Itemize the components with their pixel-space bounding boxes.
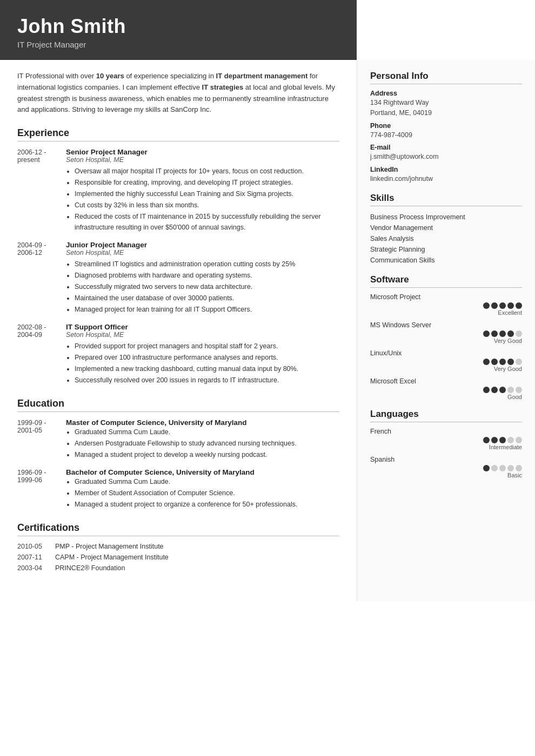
rating-dots (370, 465, 522, 471)
cert-name: PRINCE2® Foundation (55, 564, 125, 572)
languages-title: Languages (370, 409, 522, 422)
cert-date: 2007-11 (17, 554, 55, 561)
bullet-item: Andersen Postgraduate Fellowship to stud… (75, 438, 339, 449)
languages-list: FrenchIntermediateSpanishBasic (370, 428, 522, 478)
software-name: Linux/Unix (370, 349, 522, 357)
bullet-item: Graduated Summa Cum Laude. (75, 476, 339, 487)
skill-item: Business Process Improvement (370, 212, 522, 222)
bullet-item: Oversaw all major hospital IT projects f… (75, 166, 339, 177)
education-section: Education 1999-09 -2001-05Master of Comp… (17, 398, 339, 510)
experience-entries: 2006-12 -presentSenior Project ManagerSe… (17, 148, 339, 386)
entry-item: 2002-08 -2004-09IT Support OfficerSeton … (17, 323, 339, 386)
skill-item: Vendor Management (370, 222, 522, 233)
entry-content: Bachelor of Computer Science, University… (66, 468, 339, 510)
dot-filled (491, 359, 498, 365)
entry-bullets: Graduated Summa Cum Laude.Andersen Postg… (66, 427, 339, 460)
entry-dates: 2002-08 -2004-09 (17, 323, 66, 386)
entry-org: Seton Hospital, ME (66, 249, 339, 256)
dot-empty (516, 330, 522, 337)
address-value: 134 Rightward WayPortland, ME, 04019 (370, 98, 522, 118)
summary-section: IT Professional with over 10 years of ex… (17, 71, 339, 116)
bullet-item: Implemented a new tracking dashboard, cu… (75, 363, 339, 374)
cert-item: 2003-04PRINCE2® Foundation (17, 564, 339, 572)
experience-title: Experience (17, 127, 339, 141)
bullet-item: Maintained the user database of over 300… (75, 293, 339, 303)
summary-text: IT Professional with over 10 years of ex… (17, 71, 339, 116)
dot-filled (507, 302, 514, 309)
bullet-item: Reduced the costs of IT maintenance in 2… (75, 211, 339, 233)
software-title: Software (370, 274, 522, 288)
entry-dates: 1996-09 -1999-06 (17, 468, 66, 510)
bullet-item: Managed a student project to develop a w… (75, 449, 339, 460)
education-entries: 1999-09 -2001-05Master of Computer Scien… (17, 418, 339, 510)
dot-filled (491, 437, 498, 443)
cert-item: 2010-05PMP - Project Management Institut… (17, 543, 339, 550)
dot-filled (483, 465, 490, 471)
bullet-item: Responsible for creating, improving, and… (75, 177, 339, 188)
rating-label: Good (370, 394, 522, 400)
side-column: Personal Info Address 134 Rightward WayP… (357, 60, 535, 601)
entry-content: IT Support OfficerSeton Hospital, MEProv… (66, 323, 339, 386)
cert-date: 2010-05 (17, 543, 55, 550)
bullet-item: Diagnosed problems with hardware and ope… (75, 270, 339, 281)
dot-filled (483, 302, 490, 309)
dot-empty (507, 437, 514, 443)
bullet-item: Managed project for lean training for al… (75, 304, 339, 315)
bullet-item: Provided support for project managers an… (75, 341, 339, 352)
rating-label: Excellent (370, 309, 522, 316)
dot-filled (483, 330, 490, 337)
software-name: MS Windows Server (370, 321, 522, 329)
lang-name: French (370, 428, 522, 435)
entry-org: Seton Hospital, ME (66, 156, 339, 164)
skill-item: Sales Analysis (370, 233, 522, 244)
bullet-item: Prepared over 100 infrastructure perform… (75, 352, 339, 363)
bullet-item: Graduated Summa Cum Laude. (75, 427, 339, 437)
bullet-item: Successfully migrated two servers to new… (75, 281, 339, 292)
dot-empty (516, 387, 522, 393)
entry-title: Bachelor of Computer Science, University… (66, 468, 339, 476)
linkedin-label: LinkedIn (370, 166, 522, 173)
bullet-item: Member of Student Association of Compute… (75, 488, 339, 498)
dot-filled (516, 302, 522, 309)
skill-item: Strategic Planning (370, 244, 522, 255)
rating-dots (370, 359, 522, 365)
rating-dots (370, 302, 522, 309)
entry-dates: 1999-09 -2001-05 (17, 418, 66, 461)
lang-item: FrenchIntermediate (370, 428, 522, 450)
skills-list: Business Process ImprovementVendor Manag… (370, 212, 522, 266)
bullet-item: Streamlined IT logistics and administrat… (75, 259, 339, 269)
entry-title: IT Support Officer (66, 323, 339, 331)
entry-title: Junior Project Manager (66, 241, 339, 249)
header: John Smith IT Project Manager (0, 0, 357, 60)
dot-filled (507, 330, 514, 337)
dot-filled (483, 387, 490, 393)
entry-item: 1999-09 -2001-05Master of Computer Scien… (17, 418, 339, 461)
phone-value: 774-987-4009 (370, 130, 522, 140)
skill-item: Communication Skills (370, 255, 522, 266)
bullet-item: Managed a student project to organize a … (75, 499, 339, 510)
personal-info-block: Address 134 Rightward WayPortland, ME, 0… (370, 90, 522, 184)
rating-label: Intermediate (370, 444, 522, 450)
person-title: IT Project Manager (17, 40, 339, 49)
software-item: MS Windows ServerVery Good (370, 321, 522, 344)
email-label: E-mail (370, 144, 522, 151)
dot-filled (491, 330, 498, 337)
rating-dots (370, 330, 522, 337)
skills-title: Skills (370, 193, 522, 206)
dot-filled (499, 437, 506, 443)
dot-filled (491, 302, 498, 309)
dot-empty (516, 465, 522, 471)
dot-filled (499, 359, 506, 365)
rating-dots (370, 387, 522, 393)
dot-filled (483, 359, 490, 365)
personal-info-title: Personal Info (370, 71, 522, 84)
entry-content: Junior Project ManagerSeton Hospital, ME… (66, 241, 339, 315)
linkedin-value: linkedin.com/johnutw (370, 174, 522, 184)
rating-label: Very Good (370, 366, 522, 372)
software-item: Linux/UnixVery Good (370, 349, 522, 372)
software-name: Microsoft Project (370, 293, 522, 301)
person-name: John Smith (17, 15, 339, 38)
cert-item: 2007-11CAPM - Project Management Institu… (17, 554, 339, 561)
rating-dots (370, 437, 522, 443)
entry-content: Senior Project ManagerSeton Hospital, ME… (66, 148, 339, 233)
